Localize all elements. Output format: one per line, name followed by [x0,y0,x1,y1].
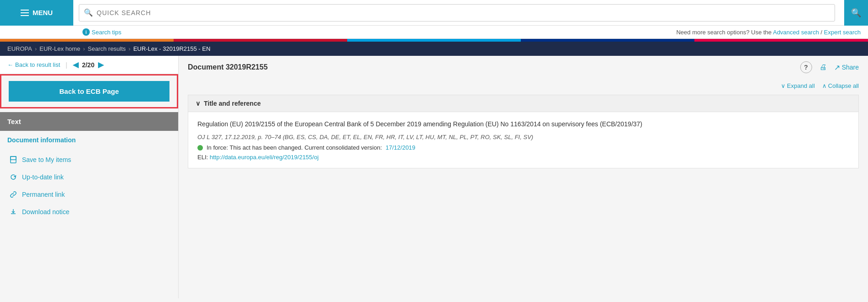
eli-link[interactable]: http://data.europa.eu/eli/reg/2019/2155/… [210,154,319,161]
bookmark-icon [9,156,17,164]
download-icon [9,208,17,216]
in-force-date-link[interactable]: 17/12/2019 [386,144,415,151]
section-header-label: Title and reference [204,100,261,107]
prev-page-arrow[interactable]: ◀ [73,60,78,69]
sidebar-link-download[interactable]: Download notice [0,203,178,221]
section-oj: OJ L 327, 17.12.2019, p. 70–74 (BG, ES, … [197,134,849,140]
sidebar-link-uptodate-label: Up-to-date link [22,173,64,181]
sidebar-link-uptodate[interactable]: Up-to-date link [0,168,178,186]
in-force-text: In force: This act has been changed. Cur… [207,144,382,151]
page-num: 2/20 [82,61,94,69]
color-bar-lightblue [347,39,521,42]
expand-collapse-bar: ∨ Expand all ∧ Collapse all [188,79,859,93]
breadcrumb-europa[interactable]: EUROPA [7,45,32,52]
breadcrumb-sep-1: › [35,45,37,52]
doc-actions: ? 🖨 ↗ Share [800,61,859,73]
search-inline-icon: 🔍 [84,8,93,17]
sidebar-text-header: Text [0,112,178,131]
nav-bar: ← Back to result list | ◀ 2/20 ▶ [0,56,178,74]
in-force-dot [197,145,203,151]
content-area: Document 32019R2155 ? 🖨 ↗ Share ∨ Expand… [179,56,868,298]
collapse-all-label: Collapse all [828,82,859,89]
breadcrumb-search-results[interactable]: Search results [88,45,126,52]
section-collapse-icon: ∨ [196,100,200,107]
search-button[interactable]: 🔍 [844,0,868,26]
color-bar-red [174,39,347,42]
svg-rect-1 [11,156,16,160]
header: MENU 🔍 🔍 [0,0,868,26]
search-input-wrap: 🔍 [79,4,835,22]
info-icon: i [82,28,90,36]
breadcrumb-sep-3: › [129,45,131,52]
doc-section-title: ∨ Title and reference Regulation (EU) 20… [188,95,859,168]
print-button[interactable]: 🖨 [819,63,827,71]
sidebar: ← Back to result list | ◀ 2/20 ▶ Back to… [0,56,179,298]
expand-all-link[interactable]: ∨ Expand all [781,82,815,89]
search-options-text: Need more search options? Use the [676,29,771,36]
link-icon [9,190,17,199]
help-button[interactable]: ? [800,61,812,73]
color-bar-orange [0,39,174,42]
search-tips-link[interactable]: i Search tips [82,28,121,36]
back-arrow-icon: ← [7,61,13,68]
sidebar-links: Save to My items Up-to-date link Permane… [0,149,178,222]
color-bar-pink [694,39,868,42]
advanced-search-link[interactable]: Advanced search [773,29,819,36]
doc-title: Document 32019R2155 [188,63,267,71]
breadcrumb-current: EUR-Lex - 32019R2155 - EN [133,45,210,52]
sidebar-doc-info[interactable]: Document information [0,131,178,149]
menu-button[interactable]: MENU [0,0,73,26]
breadcrumb-sep-2: › [83,45,85,52]
back-ecb-button[interactable]: Back to ECB Page [9,81,169,102]
search-input[interactable] [97,9,830,16]
share-label: Share [842,64,859,71]
sidebar-link-permanent-label: Permanent link [22,191,65,198]
back-ecb-wrapper: Back to ECB Page [0,74,178,108]
color-bar [0,39,868,42]
sidebar-link-download-label: Download notice [22,208,70,216]
eli-row: ELI: http://data.europa.eu/eli/reg/2019/… [197,154,849,161]
search-area: 🔍 [73,0,841,25]
sub-header: i Search tips Need more search options? … [0,26,868,39]
section-body: Regulation (EU) 2019/2155 of the Europea… [188,112,858,168]
collapse-all-link[interactable]: ∧ Collapse all [822,82,859,89]
sidebar-link-permanent[interactable]: Permanent link [0,186,178,203]
color-bar-darkblue [521,39,694,42]
in-force-row: In force: This act has been changed. Cur… [197,144,849,151]
expand-all-label: Expand all [787,82,815,89]
breadcrumb: EUROPA › EUR-Lex home › Search results ›… [0,42,868,56]
section-title-text: Regulation (EU) 2019/2155 of the Europea… [197,119,849,129]
refresh-icon [9,173,17,181]
back-to-result-link[interactable]: ← Back to result list [7,61,60,68]
main-layout: ← Back to result list | ◀ 2/20 ▶ Back to… [0,56,868,298]
hamburger-icon [21,10,29,16]
page-counter: ◀ 2/20 ▶ [73,60,104,69]
search-tips-label: Search tips [92,29,121,36]
doc-header-row: Document 32019R2155 ? 🖨 ↗ Share [188,56,859,79]
sidebar-link-save[interactable]: Save to My items [0,151,178,168]
collapse-up-icon: ∧ [822,82,827,89]
next-page-arrow[interactable]: ▶ [98,60,104,69]
search-options-row: Need more search options? Use the Advanc… [676,29,861,36]
back-to-result-label: Back to result list [15,61,60,68]
share-button[interactable]: ↗ Share [834,63,859,72]
breadcrumb-eurlex-home[interactable]: EUR-Lex home [39,45,80,52]
section-header[interactable]: ∨ Title and reference [188,95,858,112]
separator: / [821,29,823,36]
sidebar-section: Text Document information Save to My ite… [0,112,178,222]
eli-label: ELI: [197,154,208,161]
search-button-icon: 🔍 [851,8,861,18]
share-icon: ↗ [834,63,840,72]
expand-down-icon: ∨ [781,82,786,89]
nav-divider: | [66,61,67,69]
expert-search-link[interactable]: Expert search [824,29,861,36]
print-icon: 🖨 [819,63,827,71]
menu-label: MENU [33,9,53,16]
sidebar-link-save-label: Save to My items [22,156,71,163]
